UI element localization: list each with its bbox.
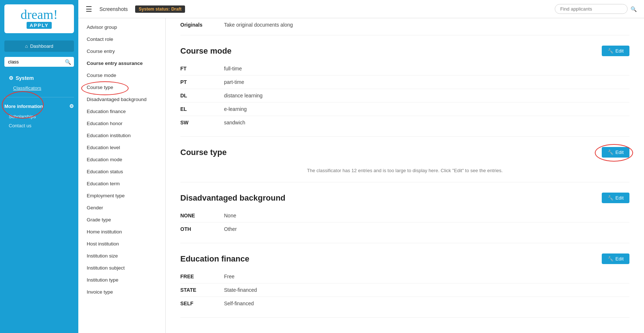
list-item-course-entry[interactable]: Course entry: [78, 45, 165, 57]
edit-disadvantaged-button[interactable]: 🔧 Edit: [602, 193, 629, 203]
course-type-wrapper: Course type: [78, 81, 165, 93]
search-icon[interactable]: 🔍: [65, 59, 71, 65]
classificators-label: Classificators: [13, 85, 41, 91]
row-value-state: State-financed: [224, 287, 257, 293]
logo-apply: APPLY: [27, 22, 51, 29]
sidebar: dream! APPLY ⌂ Dashboard 🔍 ⚙ System Clas…: [0, 0, 78, 333]
status-value: Draft: [171, 7, 181, 12]
list-item-invoice-type[interactable]: Invoice type: [78, 286, 165, 298]
row-value-sw: sandwich: [224, 120, 245, 125]
list-item-education-status[interactable]: Education status: [78, 166, 165, 178]
table-row: EL e-learning: [180, 102, 629, 116]
section-disadvantaged-title: Disadvantaged background: [180, 193, 286, 203]
list-item-grade-type[interactable]: Grade type: [78, 214, 165, 226]
list-item-institution-size[interactable]: Institution size: [78, 250, 165, 262]
table-row: SELF Self-financed: [180, 297, 629, 310]
list-item-education-term[interactable]: Education term: [78, 178, 165, 190]
logo: dream! APPLY: [4, 4, 74, 33]
row-value-free: Free: [224, 274, 235, 279]
section-education-finance-title: Education finance: [180, 254, 249, 264]
status-badge: System status: Draft: [135, 5, 185, 13]
contact-us-link[interactable]: Contact us: [0, 121, 78, 130]
list-item-institution-subject[interactable]: Institution subject: [78, 262, 165, 274]
table-row: Originals Take original documents along: [180, 18, 629, 31]
list-item-home-institution[interactable]: Home institution: [78, 226, 165, 238]
edit-education-finance-button[interactable]: 🔧 Edit: [602, 253, 629, 264]
row-key-state: STATE: [180, 287, 224, 293]
detail-panel: Originals Take original documents along …: [166, 18, 644, 333]
row-key-oth: OTH: [180, 226, 224, 232]
scholarships-link[interactable]: Scholarships: [0, 112, 78, 121]
list-item-education-institution[interactable]: Education institution: [78, 129, 165, 142]
dashboard-button[interactable]: ⌂ Dashboard: [4, 40, 74, 52]
list-item-course-entry-assurance[interactable]: Course entry assurance: [78, 57, 165, 69]
list-item-institution-type[interactable]: Institution type: [78, 274, 165, 286]
list-item-host-institution[interactable]: Host institution: [78, 238, 165, 250]
list-item-course-type[interactable]: Course type: [78, 81, 165, 93]
wrench-icon: 🔧: [608, 48, 613, 54]
list-item-employment-type[interactable]: Employment type: [78, 190, 165, 202]
list-item-education-finance[interactable]: Education finance: [78, 105, 165, 117]
system-section: ⚙ System Classificators: [0, 69, 78, 94]
edit-education-finance-label: Edit: [616, 256, 624, 262]
section-course-type-title: Course type: [180, 148, 227, 157]
topbar-title: Screenshots: [99, 6, 128, 12]
find-applicants-search-icon[interactable]: 🔍: [631, 6, 637, 12]
row-key-el: EL: [180, 106, 224, 112]
table-row: PT part-time: [180, 75, 629, 89]
contact-us-label: Contact us: [9, 123, 31, 128]
system-nav-item[interactable]: ⚙ System: [4, 73, 74, 84]
list-item-advisor-group[interactable]: Advisor group: [78, 21, 165, 33]
row-key-free: FREE: [180, 274, 224, 279]
more-info-header: More information ⚙: [0, 100, 78, 112]
list-item-disadvantaged-background[interactable]: Disadvantaged background: [78, 93, 165, 105]
row-key-ft: FT: [180, 66, 224, 71]
wrench-icon-2: 🔧: [608, 150, 613, 155]
edit-course-mode-button[interactable]: 🔧 Edit: [602, 46, 629, 56]
more-info-label: More information: [4, 104, 43, 109]
row-value-originals: Take original documents along: [224, 22, 293, 28]
row-value-el: e-learning: [224, 106, 247, 112]
table-row: NONE None: [180, 209, 629, 222]
edit-course-type-button[interactable]: 🔧 Edit: [602, 147, 629, 158]
more-info-gear-icon[interactable]: ⚙: [69, 103, 74, 109]
section-course-mode-header: Course mode 🔧 Edit: [180, 46, 629, 56]
course-type-note: The classificator has 12 entries and is …: [180, 163, 629, 175]
row-value-oth: Other: [224, 226, 237, 232]
row-value-dl: distance learning: [224, 93, 263, 98]
section-course-type: Course type 🔧 Edit The classificator has…: [180, 137, 629, 182]
row-value-none: None: [224, 213, 236, 218]
row-key-sw: SW: [180, 120, 224, 125]
row-value-self: Self-financed: [224, 301, 254, 306]
list-item-education-level[interactable]: Education level: [78, 142, 165, 154]
list-item-contact-role[interactable]: Contact role: [78, 33, 165, 45]
table-row: STATE State-financed: [180, 283, 629, 297]
row-key-dl: DL: [180, 93, 224, 98]
list-item-education-honor[interactable]: Education honor: [78, 117, 165, 129]
section-course-mode-title: Course mode: [180, 46, 232, 56]
section-education-finance-header: Education finance 🔧 Edit: [180, 253, 629, 264]
row-key-originals: Originals: [180, 22, 224, 28]
find-applicants-input[interactable]: [555, 4, 628, 14]
sidebar-divider: [4, 97, 74, 97]
row-key-none: NONE: [180, 213, 224, 218]
list-item-gender[interactable]: Gender: [78, 202, 165, 214]
table-row: FT full-time: [180, 62, 629, 75]
table-row: FREE Free: [180, 270, 629, 283]
table-row: SW sandwich: [180, 116, 629, 129]
topbar-right: 🔍: [555, 4, 637, 14]
section-course-type-header: Course type 🔧 Edit: [180, 147, 629, 158]
status-label: System status:: [139, 7, 170, 12]
hamburger-icon[interactable]: ☰: [86, 5, 92, 13]
section-course-mode: Course mode 🔧 Edit FT full-time PT part-…: [180, 35, 629, 137]
scholarships-label: Scholarships: [9, 114, 36, 119]
top-rows: Originals Take original documents along: [180, 18, 629, 35]
content-area: Advisor group Contact role Course entry …: [78, 18, 644, 333]
search-input[interactable]: [4, 57, 74, 67]
search-container: 🔍: [4, 57, 74, 67]
classificators-nav-item[interactable]: Classificators: [4, 84, 74, 93]
edit-disadvantaged-label: Edit: [616, 195, 624, 201]
wrench-icon-3: 🔧: [608, 195, 613, 201]
list-item-education-mode[interactable]: Education mode: [78, 154, 165, 166]
list-item-course-mode[interactable]: Course mode: [78, 69, 165, 81]
